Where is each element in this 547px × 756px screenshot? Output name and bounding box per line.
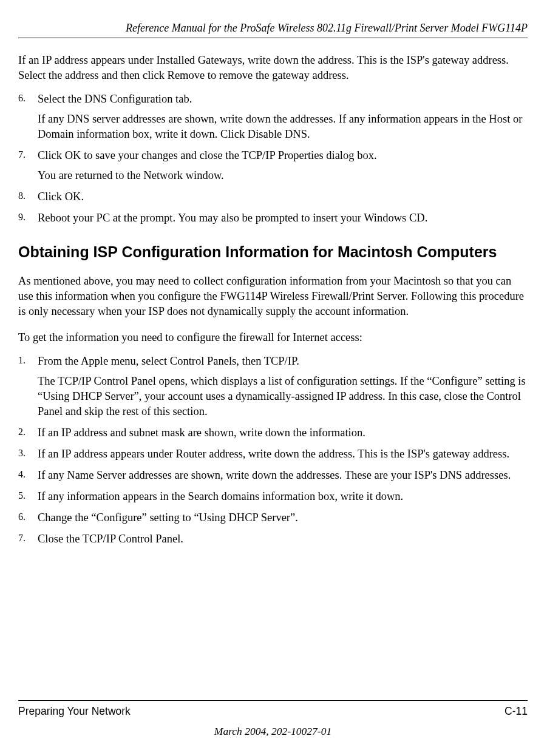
intro-paragraph-2: To get the information you need to confi… xyxy=(18,330,528,345)
list-text: If any Name Server addresses are shown, … xyxy=(38,468,528,483)
list-number: 6. xyxy=(18,92,38,142)
intro-paragraph-1: As mentioned above, you may need to coll… xyxy=(18,274,528,319)
list-text: If an IP address and subnet mask are sho… xyxy=(38,425,528,440)
list-item: 1. From the Apple menu, select Control P… xyxy=(18,354,528,419)
list-item: 9. Reboot your PC at the prompt. You may… xyxy=(18,211,528,226)
list-text: Click OK to save your changes and close … xyxy=(38,148,528,163)
list-subtext: If any DNS server addresses are shown, w… xyxy=(38,112,528,142)
footer-center: March 2004, 202-10027-01 xyxy=(18,724,528,739)
list-text: Reboot your PC at the prompt. You may al… xyxy=(38,211,528,226)
list-body: If any information appears in the Search… xyxy=(38,489,528,504)
list-number: 1. xyxy=(18,354,38,419)
list-text: Close the TCP/IP Control Panel. xyxy=(38,532,528,547)
list-body: Reboot your PC at the prompt. You may al… xyxy=(38,211,528,226)
running-header: Reference Manual for the ProSafe Wireles… xyxy=(18,21,528,35)
list-body: If any Name Server addresses are shown, … xyxy=(38,468,528,483)
section-heading: Obtaining ISP Configuration Information … xyxy=(18,243,528,262)
list-number: 7. xyxy=(18,532,38,547)
footer-left: Preparing Your Network xyxy=(18,704,131,719)
list-text: Click OK. xyxy=(38,189,528,204)
footer-right: C-11 xyxy=(505,704,528,719)
list-body: Click OK. xyxy=(38,189,528,204)
list-number: 9. xyxy=(18,211,38,226)
list-body: From the Apple menu, select Control Pane… xyxy=(38,354,528,419)
list-body: Click OK to save your changes and close … xyxy=(38,148,528,183)
list-text: From the Apple menu, select Control Pane… xyxy=(38,354,528,369)
continued-paragraph: If an IP address appears under Installed… xyxy=(18,53,528,83)
list-item: 8. Click OK. xyxy=(18,189,528,204)
list-body: If an IP address and subnet mask are sho… xyxy=(38,425,528,440)
list-number: 4. xyxy=(18,468,38,483)
list-item: 6. Select the DNS Configuration tab. If … xyxy=(18,92,528,142)
footer-row: Preparing Your Network C-11 xyxy=(18,704,528,719)
list-text: Change the “Configure” setting to “Using… xyxy=(38,510,528,525)
list-subtext: You are returned to the Network window. xyxy=(38,168,528,183)
list-body: Select the DNS Configuration tab. If any… xyxy=(38,92,528,142)
list-number: 3. xyxy=(18,447,38,462)
list-item: 5. If any information appears in the Sea… xyxy=(18,489,528,504)
list-item: 7. Close the TCP/IP Control Panel. xyxy=(18,532,528,547)
list-item: 6. Change the “Configure” setting to “Us… xyxy=(18,510,528,525)
list-item: 3. If an IP address appears under Router… xyxy=(18,447,528,462)
list-number: 8. xyxy=(18,189,38,204)
list-number: 5. xyxy=(18,489,38,504)
header-rule xyxy=(18,38,528,38)
list-item: 4. If any Name Server addresses are show… xyxy=(18,468,528,483)
list-subtext: The TCP/IP Control Panel opens, which di… xyxy=(38,374,528,419)
list-body: If an IP address appears under Router ad… xyxy=(38,447,528,462)
list-body: Close the TCP/IP Control Panel. xyxy=(38,532,528,547)
list-number: 2. xyxy=(18,425,38,440)
list-text: Select the DNS Configuration tab. xyxy=(38,92,528,107)
list-text: If any information appears in the Search… xyxy=(38,489,528,504)
list-item: 2. If an IP address and subnet mask are … xyxy=(18,425,528,440)
list-number: 6. xyxy=(18,510,38,525)
list-item: 7. Click OK to save your changes and clo… xyxy=(18,148,528,183)
list-number: 7. xyxy=(18,148,38,183)
page-content: Reference Manual for the ProSafe Wireles… xyxy=(0,0,547,547)
footer-rule xyxy=(18,700,528,701)
page-footer: Preparing Your Network C-11 March 2004, … xyxy=(18,700,528,739)
list-text: If an IP address appears under Router ad… xyxy=(38,447,528,462)
list-body: Change the “Configure” setting to “Using… xyxy=(38,510,528,525)
